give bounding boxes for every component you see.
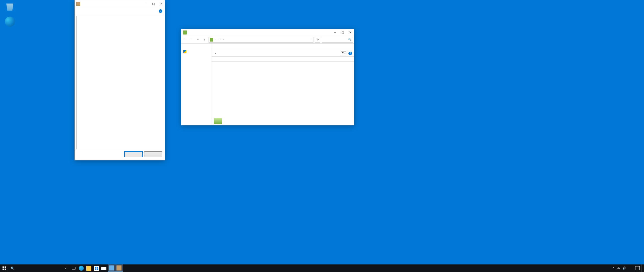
chevron-right-icon[interactable]: › (220, 39, 221, 41)
main-content: ▼ ☰ ▾ ? (212, 44, 354, 125)
address-bar-row: ← → ▾ ↑ › › › › ⌄ ↻ 🔍 (181, 36, 354, 44)
chevron-right-icon[interactable]: › (218, 39, 218, 41)
chevron-down-icon[interactable]: ⌄ (310, 39, 312, 41)
view-options-button[interactable]: ☰ ▾ (341, 51, 346, 55)
recycle-bin-icon (5, 1, 15, 11)
window-icon (76, 2, 80, 6)
svg-rect-6 (95, 268, 96, 270)
breadcrumb[interactable]: › › › › ⌄ (209, 37, 313, 43)
taskbar-explorer[interactable] (85, 264, 93, 272)
column-headers[interactable] (212, 57, 354, 62)
page-heading (212, 44, 354, 48)
system-tray: ^ 🖧 🔊 (612, 264, 644, 272)
svg-rect-7 (97, 268, 98, 270)
window-icon (183, 30, 187, 35)
taskbar-mail[interactable] (100, 264, 108, 272)
sidebar (181, 44, 212, 125)
minimize-button[interactable]: ─ (142, 0, 150, 7)
cortana-button[interactable]: ○ (62, 264, 70, 272)
maximize-button[interactable]: ▢ (150, 0, 157, 7)
tray-volume-icon[interactable]: 🔊 (622, 266, 627, 270)
chevron-right-icon[interactable]: › (223, 39, 224, 41)
taskbar: 🔍 ○ ^ 🖧 🔊 (0, 264, 644, 272)
chevron-right-icon[interactable]: › (215, 39, 216, 41)
search-icon: 🔍 (11, 266, 15, 270)
taskbar-store[interactable] (93, 264, 100, 272)
svg-rect-1 (5, 266, 6, 268)
programs-icon (210, 38, 213, 42)
desktop-icon-edge[interactable] (1, 17, 19, 27)
titlebar[interactable]: ─ ▢ ✕ (181, 29, 354, 36)
desktop-icon-recycle-bin[interactable] (1, 1, 19, 12)
updates-list (212, 57, 354, 117)
features-tree[interactable] (76, 16, 163, 149)
taskbar-control-panel[interactable] (108, 264, 115, 272)
svg-rect-5 (97, 267, 98, 268)
minimize-button[interactable]: ─ (331, 29, 339, 36)
svg-rect-0 (3, 266, 4, 268)
svg-rect-3 (5, 268, 6, 270)
organize-button[interactable]: ▼ (214, 52, 217, 55)
taskbar-features[interactable] (115, 264, 123, 272)
edge-icon (5, 17, 15, 27)
toolbar: ▼ ☰ ▾ ? (212, 50, 354, 57)
cancel-button[interactable] (144, 151, 162, 157)
ok-button[interactable] (125, 151, 143, 157)
chevron-down-icon: ▼ (215, 52, 217, 55)
help-icon[interactable]: ? (159, 9, 162, 13)
help-icon[interactable]: ? (348, 52, 352, 55)
taskbar-edge[interactable] (77, 264, 85, 272)
installed-updates-window: ─ ▢ ✕ ← → ▾ ↑ › › › › ⌄ ↻ 🔍 (181, 29, 354, 125)
taskbar-search-input[interactable]: 🔍 (9, 264, 62, 272)
tray-overflow-button[interactable]: ^ (612, 266, 615, 270)
maximize-button[interactable]: ▢ (339, 29, 346, 36)
updates-icon (214, 118, 222, 124)
show-desktop-button[interactable] (641, 264, 643, 272)
page-instruction (212, 48, 354, 50)
nav-up-button[interactable]: ↑ (202, 37, 207, 42)
tray-notifications-icon[interactable] (634, 266, 640, 270)
shield-icon (183, 50, 186, 53)
search-input[interactable]: 🔍 (322, 37, 353, 43)
refresh-button[interactable]: ↻ (315, 37, 320, 43)
nav-recent-button[interactable]: ▾ (195, 37, 200, 42)
status-bar (212, 117, 354, 125)
titlebar[interactable]: ─ ▢ ✕ (75, 0, 165, 7)
task-view-button[interactable] (70, 264, 77, 272)
nav-forward-button[interactable]: → (189, 37, 194, 42)
search-icon: 🔍 (348, 38, 352, 41)
svg-rect-2 (3, 268, 4, 270)
nav-back-button[interactable]: ← (182, 37, 187, 42)
svg-rect-4 (95, 267, 96, 268)
sidebar-features-link[interactable] (183, 50, 210, 53)
group-header[interactable] (212, 62, 354, 63)
tray-network-icon[interactable]: 🖧 (616, 266, 621, 270)
windows-features-window: ─ ▢ ✕ ? (74, 0, 165, 160)
close-button[interactable]: ✕ (346, 29, 354, 36)
close-button[interactable]: ✕ (157, 0, 165, 7)
start-button[interactable] (0, 264, 9, 272)
